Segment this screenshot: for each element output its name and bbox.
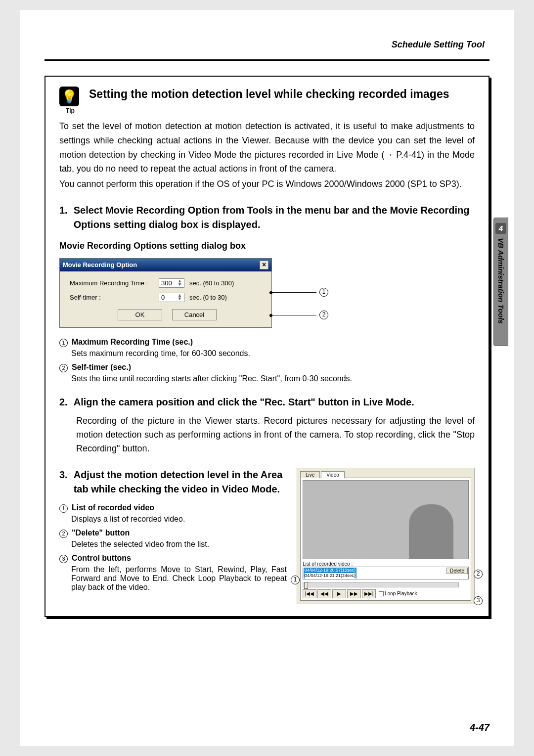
video-mode-panel: Live Video List of recorded video : 04/0… xyxy=(297,468,475,604)
callout-leader-2 xyxy=(272,315,316,315)
list-item[interactable]: 04/04/12-19:21:21(24sec) xyxy=(305,573,356,578)
checkbox-icon[interactable] xyxy=(379,591,384,596)
ok-button[interactable]: OK xyxy=(118,309,162,320)
tip-icon-label: Tip xyxy=(59,107,81,114)
tip-title: Setting the motion detection level while… xyxy=(89,87,449,102)
dialog-buttons: OK Cancel xyxy=(70,309,265,320)
loop-playback-checkbox[interactable]: Loop Playback xyxy=(379,591,417,596)
dialog-definitions: 1 Maximum Recording Time (sec.) Sets max… xyxy=(59,338,475,383)
tab-video[interactable]: Video xyxy=(321,471,344,478)
vdef-3-row: 3 Control buttons xyxy=(59,554,287,563)
cancel-button[interactable]: Cancel xyxy=(172,309,217,320)
fast-forward-button[interactable]: ▶▶ xyxy=(347,589,361,598)
spinner-arrows-icon[interactable]: ▲▼ xyxy=(178,279,182,287)
vdef-3-label: Control buttons xyxy=(72,554,131,563)
self-timer-value: 0 xyxy=(161,294,165,301)
callout-marker-2: 2 xyxy=(319,311,328,319)
step-3-left: 3. Adjust the motion detection level in … xyxy=(59,468,287,604)
vdef-1-row: 1 List of recorded video xyxy=(59,503,287,513)
document-page: Schedule Setting Tool 4 VB Administratio… xyxy=(20,10,514,746)
step-3-text: Adjust the motion detection level in the… xyxy=(74,468,287,496)
panel-callout-2: 2 xyxy=(474,570,483,578)
step-3-title: 3. Adjust the motion detection level in … xyxy=(59,468,287,496)
close-icon[interactable]: × xyxy=(260,261,268,269)
loop-playback-label: Loop Playback xyxy=(385,591,417,596)
recorded-list-label: List of recorded video : xyxy=(303,561,469,567)
move-to-start-button[interactable]: |◀◀ xyxy=(303,589,316,598)
max-recording-row: Maximum Recording Time : 300 ▲▼ sec. (60… xyxy=(70,278,265,288)
lightbulb-icon: 💡 xyxy=(59,87,79,106)
recorded-list[interactable]: 04/04/12-19:20:57(15sec) 04/04/12-19:21:… xyxy=(303,567,469,579)
chapter-side-tab: 4 VB Administration Tools xyxy=(493,218,508,346)
self-timer-row: Self-timer : 0 ▲▼ sec. (0 to 30) xyxy=(70,293,265,302)
page-number: 4-47 xyxy=(470,722,490,733)
def-2-desc: Sets the time until recording starts aft… xyxy=(71,374,475,383)
def-1-row: 1 Maximum Recording Time (sec.) xyxy=(59,338,475,347)
vdef-1-desc: Displays a list of recorded video. xyxy=(71,515,287,524)
vdef-2-desc: Deletes the selected video from the list… xyxy=(71,540,287,549)
step-1-title: 1. Select Movie Recording Option from To… xyxy=(59,203,475,232)
vdef-2-label: "Delete" button xyxy=(72,529,130,537)
playback-slider[interactable] xyxy=(303,582,459,587)
vdef-1-label: List of recorded video xyxy=(72,503,154,512)
step-3-right: Live Video List of recorded video : 04/0… xyxy=(297,468,475,604)
chapter-number: 4 xyxy=(495,223,506,234)
step-1-number: 1. xyxy=(59,203,68,232)
movie-recording-option-dialog: Movie Recording Option × Maximum Recordi… xyxy=(59,258,272,328)
tab-live[interactable]: Live xyxy=(300,471,320,478)
video-tabs: Live Video xyxy=(300,471,471,478)
panel-callout-1: 1 xyxy=(291,576,300,584)
tip-icon-block: 💡 Tip xyxy=(59,87,81,114)
step-2-number: 2. xyxy=(59,395,68,409)
self-timer-input[interactable]: 0 ▲▼ xyxy=(159,293,184,302)
video-person-shape xyxy=(409,504,453,559)
tip-paragraph-1: To set the level of motion detection at … xyxy=(59,119,475,176)
step-3-columns: 3. Adjust the motion detection level in … xyxy=(59,468,475,604)
def-1-desc: Sets maximum recording time, for 60-300 … xyxy=(71,349,475,358)
control-buttons-row: |◀◀ ◀◀ ▶ ▶▶ ▶▶| Loop Playback xyxy=(303,589,469,598)
tip-heading: 💡 Tip Setting the motion detection level… xyxy=(59,87,475,114)
def-2-row: 2 Self-timer (sec.) xyxy=(59,363,475,372)
step-1: 1. Select Movie Recording Option from To… xyxy=(59,203,475,232)
def-1-marker: 1 xyxy=(59,339,68,347)
dialog-titlebar: Movie Recording Option × xyxy=(60,259,271,271)
callout-leader-1 xyxy=(272,292,316,293)
video-definitions: 1 List of recorded video Displays a list… xyxy=(59,503,287,592)
step-2-text: Align the camera position and click the … xyxy=(74,395,414,409)
dialog-body: Maximum Recording Time : 300 ▲▼ sec. (60… xyxy=(60,271,271,327)
video-thumbnail xyxy=(303,480,469,559)
dialog-caption: Movie Recording Options setting dialog b… xyxy=(59,241,475,251)
step-2-body: Recording of the picture in the Viewer s… xyxy=(76,414,475,456)
tip-paragraph-2: You cannot perform this operation if the… xyxy=(59,177,475,191)
vdef-2-row: 2 "Delete" button xyxy=(59,529,287,538)
max-recording-value: 300 xyxy=(161,279,172,287)
def-2-marker: 2 xyxy=(59,364,68,372)
max-recording-input[interactable]: 300 ▲▼ xyxy=(159,278,184,288)
slider-thumb[interactable] xyxy=(304,582,308,589)
header-rule xyxy=(44,59,490,61)
spinner-arrows-icon[interactable]: ▲▼ xyxy=(178,294,182,301)
panel-callout-3: 3 xyxy=(474,596,483,605)
step-2: 2. Align the camera position and click t… xyxy=(59,395,475,456)
callout-marker-1: 1 xyxy=(319,288,328,297)
vdef-2-marker: 2 xyxy=(59,530,68,538)
step-1-text: Select Movie Recording Option from Tools… xyxy=(74,203,475,232)
step-2-title: 2. Align the camera position and click t… xyxy=(59,395,475,409)
self-timer-range: sec. (0 to 30) xyxy=(189,294,265,301)
recorded-list-items[interactable]: 04/04/12-19:20:57(15sec) 04/04/12-19:21:… xyxy=(304,568,356,578)
play-button[interactable]: ▶ xyxy=(332,589,346,598)
list-item[interactable]: 04/04/12-19:20:57(15sec) xyxy=(305,568,356,573)
step-3-number: 3. xyxy=(59,468,68,496)
move-to-end-button[interactable]: ▶▶| xyxy=(362,589,376,598)
dialog-with-callouts: Movie Recording Option × Maximum Recordi… xyxy=(59,258,475,328)
delete-button[interactable]: Delete xyxy=(446,568,468,574)
rewind-button[interactable]: ◀◀ xyxy=(317,589,331,598)
def-2-label: Self-timer (sec.) xyxy=(72,363,131,372)
max-recording-label: Maximum Recording Time : xyxy=(70,279,154,287)
tip-box: 💡 Tip Setting the motion detection level… xyxy=(44,76,490,617)
header-title: Schedule Setting Tool xyxy=(392,40,485,50)
def-1-label: Maximum Recording Time (sec.) xyxy=(72,338,193,347)
self-timer-label: Self-timer : xyxy=(70,294,154,301)
vdef-3-marker: 3 xyxy=(59,555,68,563)
vdef-1-marker: 1 xyxy=(59,504,68,513)
